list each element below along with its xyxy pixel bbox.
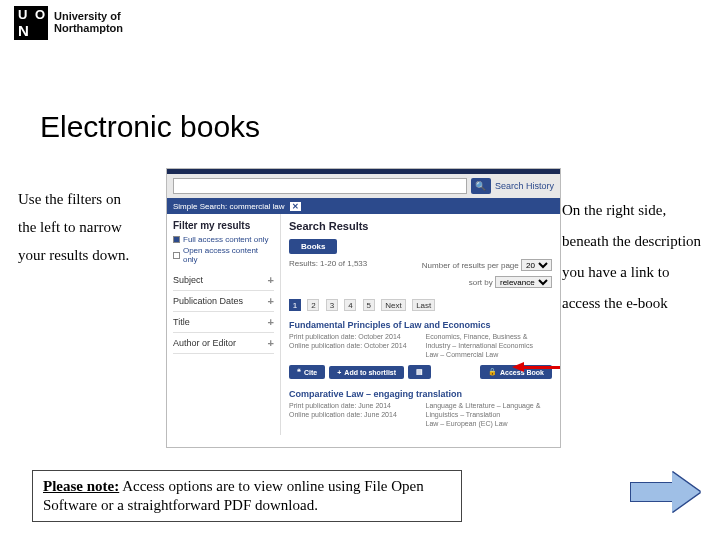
- logo-o: O: [35, 8, 45, 21]
- filter-option-label: Full access content only: [183, 235, 268, 244]
- result-title[interactable]: Comparative Law – engaging translation: [289, 389, 552, 399]
- filter-option-label: Open access content only: [183, 246, 274, 264]
- cite-button[interactable]: ❝Cite: [289, 365, 325, 379]
- page-title: Electronic books: [40, 112, 260, 142]
- result-meta-left: Print publication date: June 2014 Online…: [289, 401, 416, 428]
- pdf-button[interactable]: ▤: [408, 365, 431, 379]
- lock-icon: 🔒: [488, 368, 497, 376]
- results-count: Results: 1-20 of 1,533: [289, 259, 367, 271]
- sort-control: sort by relevance: [469, 276, 552, 288]
- search-input[interactable]: [173, 178, 467, 194]
- logo-text: University of Northampton: [54, 11, 123, 34]
- expand-icon: +: [268, 295, 274, 307]
- checkbox-icon: [173, 236, 180, 243]
- sort-select[interactable]: relevance: [495, 276, 552, 288]
- page-4[interactable]: 4: [344, 299, 356, 311]
- left-caption: Use the filters on the left to narrow yo…: [18, 185, 138, 269]
- result-meta-right: Economics, Finance, Business & Industry …: [426, 332, 553, 359]
- checkbox-icon: [173, 252, 180, 259]
- facet-author[interactable]: Author or Editor+: [173, 333, 274, 354]
- page-1[interactable]: 1: [289, 299, 301, 311]
- result-meta-left: Print publication date: October 2014 Onl…: [289, 332, 416, 359]
- plus-icon: +: [337, 369, 341, 376]
- results-heading: Search Results: [289, 220, 552, 232]
- library-screenshot: 🔍 Search History Simple Search: commerci…: [166, 168, 561, 448]
- quote-icon: ❝: [297, 368, 301, 376]
- page-next[interactable]: Next: [381, 299, 405, 311]
- search-history-link[interactable]: Search History: [495, 181, 554, 191]
- file-icon: ▤: [416, 368, 423, 376]
- active-filter-bar: Simple Search: commercial law ✕: [167, 198, 560, 214]
- expand-icon: +: [268, 316, 274, 328]
- result-title[interactable]: Fundamental Principles of Law and Econom…: [289, 320, 552, 330]
- search-button[interactable]: 🔍: [471, 178, 491, 194]
- note-prefix: Please note:: [43, 478, 119, 494]
- page-last[interactable]: Last: [412, 299, 435, 311]
- logo-u: U: [18, 8, 27, 21]
- expand-icon: +: [268, 337, 274, 349]
- filter-chip-label: Simple Search: commercial law: [173, 202, 285, 211]
- page-3[interactable]: 3: [326, 299, 338, 311]
- expand-icon: +: [268, 274, 274, 286]
- result-item: Comparative Law – engaging translation P…: [289, 389, 552, 428]
- filter-chip: Simple Search: commercial law ✕: [173, 202, 301, 211]
- callout-arrow: [512, 363, 561, 373]
- logo-n: N: [18, 23, 29, 38]
- logo: U O N University of Northampton: [14, 6, 123, 40]
- please-note-box: Please note: Access options are to view …: [32, 470, 462, 522]
- facet-title[interactable]: Title+: [173, 312, 274, 333]
- page-2[interactable]: 2: [307, 299, 319, 311]
- results-panel: Search Results Books Results: 1-20 of 1,…: [281, 214, 560, 435]
- logo-mark: U O N: [14, 6, 48, 40]
- next-slide-arrow[interactable]: [630, 472, 702, 512]
- filter-option[interactable]: Open access content only: [173, 246, 274, 264]
- filter-sidebar: Filter my results Full access content on…: [167, 214, 281, 435]
- right-caption: On the right side, beneath the descripti…: [562, 195, 702, 319]
- logo-line2: Northampton: [54, 23, 123, 35]
- facet-subject[interactable]: Subject+: [173, 270, 274, 291]
- facet-dates[interactable]: Publication Dates+: [173, 291, 274, 312]
- filter-heading: Filter my results: [173, 220, 274, 231]
- filter-option[interactable]: Full access content only: [173, 235, 274, 244]
- page-5[interactable]: 5: [363, 299, 375, 311]
- tab-books[interactable]: Books: [289, 239, 337, 254]
- items-per-page: Number of results per page 20: [422, 259, 552, 271]
- shortlist-button[interactable]: +Add to shortlist: [329, 366, 404, 379]
- ipp-select[interactable]: 20: [521, 259, 552, 271]
- result-meta-right: Language & Literature – Language & Lingu…: [426, 401, 553, 428]
- filter-chip-remove[interactable]: ✕: [290, 202, 301, 211]
- search-row: 🔍 Search History: [167, 174, 560, 198]
- pager: 1 2 3 4 5 Next Last: [289, 294, 552, 312]
